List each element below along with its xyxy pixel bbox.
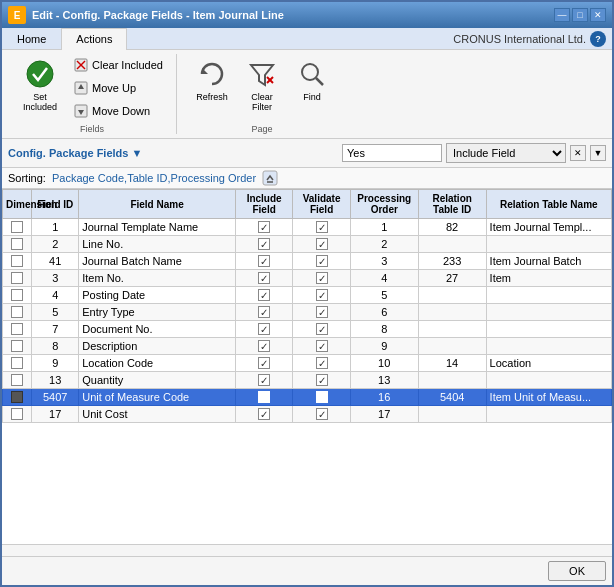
validate-field-cell[interactable] <box>293 321 350 338</box>
move-down-button[interactable]: Move Down <box>68 100 168 122</box>
include-field-cell[interactable] <box>235 270 292 287</box>
dim-cell[interactable] <box>3 236 32 253</box>
col-header-dimension: Dimension <box>3 190 32 219</box>
dim-cell[interactable] <box>3 287 32 304</box>
tab-home[interactable]: Home <box>2 28 61 49</box>
refresh-button[interactable]: Refresh <box>189 54 235 106</box>
toolbar-title-area[interactable]: Config. Package Fields ▼ <box>8 147 142 159</box>
filter-expand-button[interactable]: ▼ <box>590 145 606 161</box>
validate-field-cell[interactable] <box>293 338 350 355</box>
validate-field-cell[interactable] <box>293 287 350 304</box>
move-down-label: Move Down <box>92 105 150 117</box>
dim-cell[interactable] <box>3 338 32 355</box>
validate-field-cell[interactable] <box>293 389 350 406</box>
minimize-btn[interactable]: — <box>554 8 570 22</box>
clear-included-icon <box>73 57 89 73</box>
app-icon: E <box>8 6 26 24</box>
table-row[interactable]: 1Journal Template Name182Item Journal Te… <box>3 219 612 236</box>
dim-cell[interactable] <box>3 355 32 372</box>
set-included-button[interactable]: Set Included <box>16 54 64 116</box>
dim-cell[interactable] <box>3 372 32 389</box>
rel-table-id-cell <box>418 304 486 321</box>
rel-table-id-cell <box>418 236 486 253</box>
proc-order-cell: 9 <box>350 338 418 355</box>
sort-direction-icon[interactable] <box>262 170 278 186</box>
include-field-cell[interactable] <box>235 372 292 389</box>
include-field-cell[interactable] <box>235 287 292 304</box>
clear-filter-icon <box>246 58 278 90</box>
dim-cell[interactable] <box>3 406 32 423</box>
dim-cell[interactable] <box>3 219 32 236</box>
field-name-cell: Journal Template Name <box>79 219 236 236</box>
maximize-btn[interactable]: □ <box>572 8 588 22</box>
svg-marker-6 <box>251 65 273 85</box>
proc-order-cell: 10 <box>350 355 418 372</box>
sorting-label: Sorting: <box>8 172 46 184</box>
ok-button[interactable]: OK <box>548 561 606 581</box>
include-field-cell[interactable] <box>235 321 292 338</box>
col-header-fieldname: Field Name <box>79 190 236 219</box>
rel-table-id-cell: 5404 <box>418 389 486 406</box>
include-field-cell[interactable] <box>235 219 292 236</box>
validate-field-cell[interactable] <box>293 219 350 236</box>
table-row[interactable]: 2Line No.2 <box>3 236 612 253</box>
validate-field-cell[interactable] <box>293 355 350 372</box>
tab-actions[interactable]: Actions <box>61 28 127 50</box>
table-row[interactable]: 8Description9 <box>3 338 612 355</box>
rel-table-name-cell <box>486 338 611 355</box>
filter-clear-button[interactable]: ✕ <box>570 145 586 161</box>
include-field-cell[interactable] <box>235 355 292 372</box>
dim-cell[interactable] <box>3 253 32 270</box>
col-header-reltablename: Relation Table Name <box>486 190 611 219</box>
rel-table-id-cell <box>418 406 486 423</box>
include-field-cell[interactable] <box>235 338 292 355</box>
table-row[interactable]: 9Location Code1014Location <box>3 355 612 372</box>
horizontal-scrollbar[interactable] <box>2 544 612 556</box>
table-row[interactable]: 4Posting Date5 <box>3 287 612 304</box>
include-field-cell[interactable] <box>235 304 292 321</box>
table-row[interactable]: 17Unit Cost17 <box>3 406 612 423</box>
validate-field-cell[interactable] <box>293 372 350 389</box>
validate-field-cell[interactable] <box>293 406 350 423</box>
include-field-cell[interactable] <box>235 253 292 270</box>
rel-table-id-cell <box>418 287 486 304</box>
include-field-cell[interactable] <box>235 406 292 423</box>
close-btn[interactable]: ✕ <box>590 8 606 22</box>
rel-table-name-cell: Location <box>486 355 611 372</box>
proc-order-cell: 1 <box>350 219 418 236</box>
find-button[interactable]: Find <box>289 54 335 106</box>
page-group-label: Page <box>251 124 272 134</box>
filter-input[interactable] <box>342 144 442 162</box>
dim-cell[interactable] <box>3 270 32 287</box>
clear-filter-button[interactable]: Clear Filter <box>239 54 285 116</box>
dim-cell[interactable] <box>3 389 32 406</box>
table-row[interactable]: 3Item No.427Item <box>3 270 612 287</box>
table-row[interactable]: 5407Unit of Measure Code165404Item Unit … <box>3 389 612 406</box>
field-id-cell: 7 <box>32 321 79 338</box>
table-row[interactable]: 13Quantity13 <box>3 372 612 389</box>
included-small-buttons: Clear Included Move Up <box>68 54 168 122</box>
field-name-cell: Entry Type <box>79 304 236 321</box>
table-row[interactable]: 7Document No.8 <box>3 321 612 338</box>
move-up-button[interactable]: Move Up <box>68 77 168 99</box>
dim-cell[interactable] <box>3 321 32 338</box>
table-row[interactable]: 41Journal Batch Name3233Item Journal Bat… <box>3 253 612 270</box>
rel-table-name-cell <box>486 236 611 253</box>
include-field-cell[interactable] <box>235 236 292 253</box>
proc-order-cell: 6 <box>350 304 418 321</box>
validate-field-cell[interactable] <box>293 236 350 253</box>
include-field-cell[interactable] <box>235 389 292 406</box>
col-header-validate: Validate Field <box>293 190 350 219</box>
clear-included-button[interactable]: Clear Included <box>68 54 168 76</box>
validate-field-cell[interactable] <box>293 253 350 270</box>
help-button[interactable]: ? <box>590 31 606 47</box>
dim-cell[interactable] <box>3 304 32 321</box>
filter-field-select[interactable]: Include Field Validate Field Field Name … <box>446 143 566 163</box>
sorting-value[interactable]: Package Code,Table ID,Processing Order <box>52 172 256 184</box>
table-row[interactable]: 5Entry Type6 <box>3 304 612 321</box>
validate-field-cell[interactable] <box>293 270 350 287</box>
svg-rect-11 <box>263 171 277 185</box>
data-table: Dimension Field ID Field Name Include Fi… <box>2 189 612 423</box>
set-included-label: Set Included <box>23 92 57 112</box>
validate-field-cell[interactable] <box>293 304 350 321</box>
